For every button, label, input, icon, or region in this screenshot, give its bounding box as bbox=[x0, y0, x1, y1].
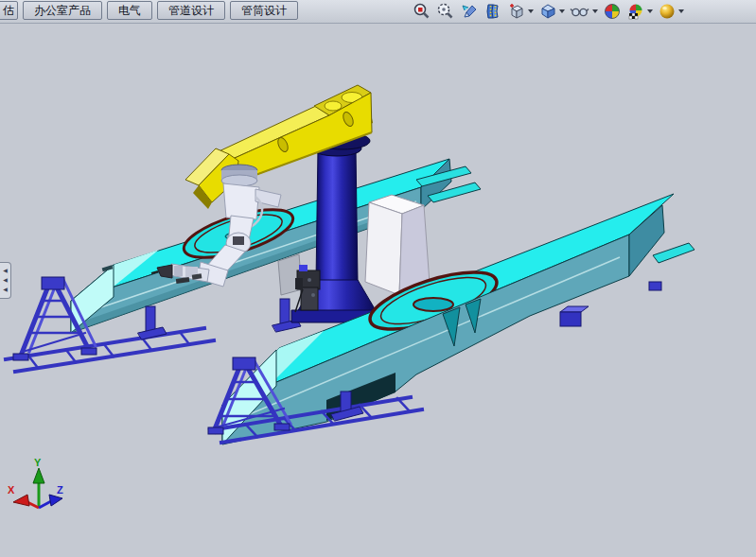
tab-office-products[interactable]: 办公室产品 bbox=[23, 1, 102, 20]
command-tabs: 估 办公室产品 电气 管道设计 管筒设计 bbox=[0, 1, 303, 20]
triad-z-label: Z bbox=[57, 484, 63, 496]
tab-piping-design[interactable]: 管道设计 bbox=[157, 1, 225, 20]
dropdown-arrow-icon[interactable] bbox=[592, 9, 598, 13]
view-orientation-icon[interactable] bbox=[507, 2, 534, 21]
apply-scene-icon[interactable] bbox=[626, 2, 653, 21]
triad-y-label: Y bbox=[34, 457, 42, 468]
dropdown-arrow-icon[interactable] bbox=[678, 9, 684, 13]
collapse-arrow-icon: ◀ bbox=[3, 286, 8, 294]
checkered-flag bbox=[629, 13, 638, 19]
edit-appearance-icon[interactable] bbox=[603, 2, 622, 21]
dropdown-arrow-icon[interactable] bbox=[559, 9, 565, 13]
dropdown-arrow-icon[interactable] bbox=[528, 9, 534, 13]
view-settings-icon[interactable] bbox=[658, 2, 684, 21]
collapse-arrow-icon: ◀ bbox=[3, 267, 8, 275]
command-manager-toolbar: 估 办公室产品 电气 管道设计 管筒设计 bbox=[0, 0, 756, 24]
zoom-to-fit-icon[interactable] bbox=[413, 2, 431, 21]
previous-view-icon[interactable] bbox=[460, 2, 479, 21]
triad-x-label: X bbox=[8, 484, 15, 496]
heads-up-view-toolbar bbox=[413, 2, 684, 21]
hide-show-items-icon[interactable] bbox=[570, 2, 598, 21]
tab-tubing-design[interactable]: 管筒设计 bbox=[230, 1, 298, 20]
panel-splitter-handle[interactable]: ◀ ◀ ◀ bbox=[0, 262, 11, 299]
display-style-icon[interactable] bbox=[538, 2, 565, 21]
tab-electrical[interactable]: 电气 bbox=[107, 1, 152, 20]
white-wedge-fixture[interactable] bbox=[365, 195, 430, 295]
tab-evaluate-partial[interactable]: 估 bbox=[0, 1, 18, 20]
zoom-to-area-icon[interactable] bbox=[436, 2, 455, 21]
collapse-arrow-icon: ◀ bbox=[3, 276, 8, 285]
dropdown-arrow-icon[interactable] bbox=[647, 9, 653, 13]
section-view-icon[interactable] bbox=[483, 2, 502, 21]
cad-application-window: Y X Z 估 办公室产品 电气 管道设计 管筒设计 bbox=[0, 0, 756, 557]
viewport-3d[interactable]: Y X Z bbox=[0, 0, 756, 557]
